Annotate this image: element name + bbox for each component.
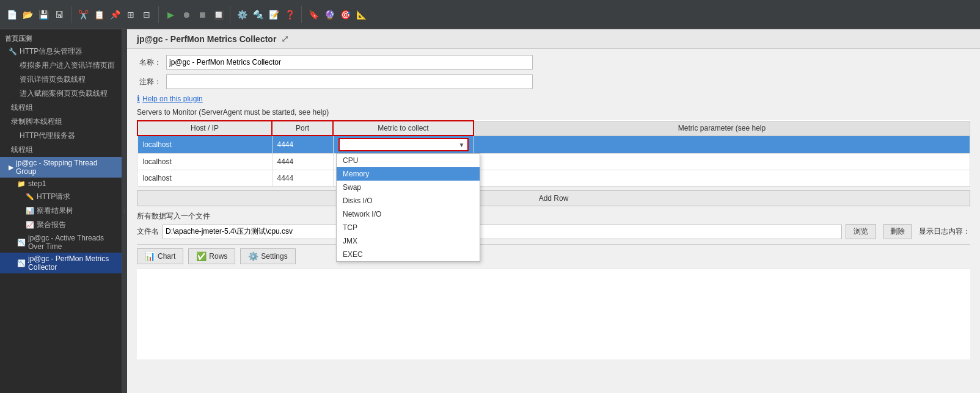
sidebar-icon-perfmon: 📉 xyxy=(17,259,26,267)
sidebar-item-http-proxy[interactable]: HTTP代理服务器 xyxy=(0,129,122,143)
sidebar-item-scenario-page-load[interactable]: 进入赋能案例页页负载线程 xyxy=(0,87,122,101)
metric-select-0[interactable]: Memory ▼ xyxy=(338,138,469,151)
param-cell-1[interactable] xyxy=(474,154,970,170)
toolbar-icon-extra1[interactable]: 🔖 xyxy=(307,8,320,21)
question-icon[interactable]: ❓ xyxy=(283,8,296,21)
sep4 xyxy=(301,6,302,23)
run-icon[interactable]: ▶ xyxy=(164,8,177,21)
sidebar-items: 🔧HTTP信息头管理器模拟多用户进入资讯详情页面资讯详情页负载线程进入赋能案例页… xyxy=(0,45,122,273)
dropdown-item-network-i/o[interactable]: Network I/O xyxy=(337,207,480,221)
sidebar-label-step1: step1 xyxy=(28,179,46,188)
sidebar-item-thread-group[interactable]: 线程组 xyxy=(0,101,122,115)
toolbar-icon-extra4[interactable]: 📐 xyxy=(354,8,368,21)
table-row: localhost 4444 Memory ▼ xyxy=(137,135,970,154)
sidebar-label-http-proxy: HTTP代理服务器 xyxy=(20,131,75,141)
sidebar-item-aggregate-report[interactable]: 📈聚合报告 xyxy=(0,218,122,232)
name-input[interactable] xyxy=(166,55,533,70)
tab-label-settings: Settings xyxy=(261,252,287,261)
comment-input[interactable] xyxy=(166,74,533,89)
toolbar: 📄 📂 💾 🖫 ✂️ 📋 📌 ⊞ ⊟ ▶ ⏺ ⏹ 🔲 ⚙️ 🔩 📝 ❓ 🔖 🔮 … xyxy=(0,0,980,29)
clear-icon[interactable]: 🔲 xyxy=(211,8,225,21)
tab-icon-rows: ✅ xyxy=(196,251,207,261)
tab-settings[interactable]: ⚙️Settings xyxy=(240,248,295,264)
sidebar-item-http-request[interactable]: ✏️HTTP请求 xyxy=(0,190,122,204)
sidebar-label-copy-thread-group: 录制脚本线程组 xyxy=(11,117,62,127)
sidebar-item-simulate-users[interactable]: 模拟多用户进入资讯详情页面 xyxy=(0,59,122,73)
metric-cell-0[interactable]: Memory ▼ xyxy=(333,135,474,154)
col-param-header: Metric parameter (see help xyxy=(474,121,970,135)
delete-button[interactable]: 删除 xyxy=(883,224,912,239)
dropdown-item-swap[interactable]: Swap xyxy=(337,181,480,194)
toolbar-icon-extra3[interactable]: 🎯 xyxy=(338,8,352,21)
host-cell-0[interactable]: localhost xyxy=(137,135,272,154)
help-link-text: Help on this plugin xyxy=(142,95,203,103)
main-container: 首页压测 🔧HTTP信息头管理器模拟多用户进入资讯详情页面资讯详情页负载线程进入… xyxy=(0,29,980,393)
file-path-input[interactable] xyxy=(163,225,842,239)
browse-button[interactable]: 浏览 xyxy=(846,224,876,239)
add-row-button[interactable]: Add Row xyxy=(137,190,970,206)
save-icon[interactable]: 💾 xyxy=(37,8,50,21)
param-cell-0[interactable] xyxy=(474,135,970,154)
copy-icon[interactable]: 📋 xyxy=(92,8,106,21)
servers-tbody: localhost 4444 Memory ▼ localhost 4444 M… xyxy=(137,135,970,187)
record-icon[interactable]: ⏺ xyxy=(180,8,193,21)
sidebar-item-active-threads[interactable]: 📉jp@gc - Active Threads Over Time xyxy=(0,232,122,253)
plugin-icon[interactable]: 🔩 xyxy=(251,8,265,21)
toolbar-icon-extra2[interactable]: 🔮 xyxy=(323,8,336,21)
metric-dropdown[interactable]: CPUMemorySwapDisks I/ONetwork I/OTCPJMXE… xyxy=(336,153,480,262)
sidebar-icon-aggregate-report: 📈 xyxy=(26,221,34,229)
paste-icon[interactable]: 📌 xyxy=(108,8,122,21)
expand-panel-icon[interactable]: ⤢ xyxy=(281,33,289,45)
dropdown-item-cpu[interactable]: CPU xyxy=(337,154,480,167)
port-cell-0[interactable]: 4444 xyxy=(272,135,333,154)
sidebar-item-thread-group2[interactable]: 线程组 xyxy=(0,143,122,157)
metric-value-0: Memory xyxy=(342,140,368,149)
collapse-icon[interactable]: ⊟ xyxy=(140,8,153,21)
cut-icon[interactable]: ✂️ xyxy=(76,8,90,21)
table-container: Host / IP Port Metric to collect Metric … xyxy=(137,120,970,187)
content-panel: jp@gc - PerfMon Metrics Collector ⤢ 名称： … xyxy=(127,29,980,393)
sidebar-label-perfmon: jp@gc - PerfMon Metrics Collector xyxy=(28,254,117,272)
sidebar-item-http-header-manager[interactable]: 🔧HTTP信息头管理器 xyxy=(0,45,122,59)
port-cell-1[interactable]: 4444 xyxy=(272,154,333,170)
log-icon[interactable]: 📝 xyxy=(267,8,280,21)
sidebar-label-simulate-users: 模拟多用户进入资讯详情页面 xyxy=(20,60,115,71)
sidebar-root-label: 首页压测 xyxy=(0,32,122,45)
dropdown-item-memory[interactable]: Memory xyxy=(337,167,480,181)
tab-rows[interactable]: ✅Rows xyxy=(188,248,235,264)
sidebar-label-active-threads: jp@gc - Active Threads Over Time xyxy=(28,234,117,251)
sidebar-item-copy-thread-group[interactable]: 录制脚本线程组 xyxy=(0,115,122,129)
sidebar-label-thread-group2: 线程组 xyxy=(11,145,33,155)
tab-icon-settings: ⚙️ xyxy=(248,251,258,261)
sidebar-item-step1[interactable]: 📁step1 xyxy=(0,178,122,190)
tab-chart[interactable]: 📊Chart xyxy=(137,248,183,264)
host-cell-1[interactable]: localhost xyxy=(137,154,272,170)
sidebar-item-jp-stepping[interactable]: ▶jp@gc - Stepping Thread Group xyxy=(0,157,122,178)
dropdown-item-disks-i/o[interactable]: Disks I/O xyxy=(337,194,480,207)
save-as-icon[interactable]: 🖫 xyxy=(53,8,66,21)
sidebar-item-user-detail-load[interactable]: 资讯详情页负载线程 xyxy=(0,73,122,87)
tabs-container: 📊Chart✅Rows⚙️Settings xyxy=(137,248,296,264)
sidebar-item-perfmon[interactable]: 📉jp@gc - PerfMon Metrics Collector xyxy=(0,253,122,273)
settings-icon[interactable]: ⚙️ xyxy=(235,8,249,21)
open-icon[interactable]: 📂 xyxy=(21,8,34,21)
table-row: localhost 4444 Memory ▼ xyxy=(137,170,970,187)
tab-icon-chart: 📊 xyxy=(145,251,155,261)
dropdown-item-jmx[interactable]: JMX xyxy=(337,234,480,248)
sidebar-label-jp-stepping: jp@gc - Stepping Thread Group xyxy=(16,159,117,176)
help-link[interactable]: ℹ Help on this plugin xyxy=(137,94,970,103)
stop-icon[interactable]: ⏹ xyxy=(196,8,209,21)
expand-icon[interactable]: ⊞ xyxy=(124,8,137,21)
param-cell-2[interactable] xyxy=(474,170,970,187)
col-port-header: Port xyxy=(272,121,333,135)
host-cell-2[interactable]: localhost xyxy=(137,170,272,187)
splitter[interactable]: ⋮ xyxy=(122,29,127,393)
col-host-header: Host / IP xyxy=(137,121,272,135)
new-icon[interactable]: 📄 xyxy=(5,8,18,21)
dropdown-item-tcp[interactable]: TCP xyxy=(337,221,480,234)
comment-row: 注释： xyxy=(137,74,970,89)
port-cell-2[interactable]: 4444 xyxy=(272,170,333,187)
dropdown-item-exec[interactable]: EXEC xyxy=(337,248,480,261)
tab-label-rows: Rows xyxy=(209,252,227,261)
sidebar-item-view-results-tree[interactable]: 📊察看结果树 xyxy=(0,204,122,218)
